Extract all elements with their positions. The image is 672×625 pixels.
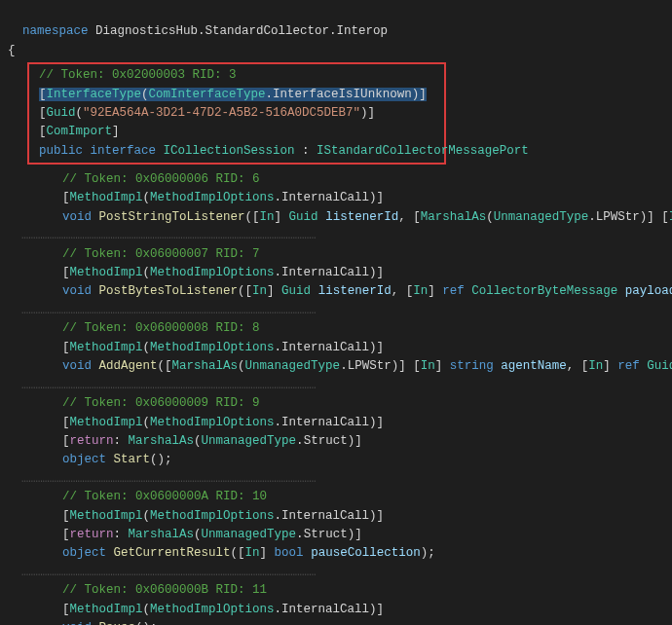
interface-header-box: // Token: 0x02000003 RID: 3 [InterfaceTy…: [27, 62, 446, 165]
m7-attr: [MethodImpl(MethodImplOptions.InternalCa…: [8, 264, 664, 282]
m6-comment: // Token: 0x06000006 RID: 6: [8, 170, 664, 189]
ghost-5: ……………………………………………………………………………………………………………: [8, 564, 664, 582]
m11-comment: // Token: 0x0600000B RID: 11: [8, 581, 664, 600]
ghost-3: ……………………………………………………………………………………………………………: [8, 377, 664, 395]
m9-comment: // Token: 0x06000009 RID: 9: [8, 394, 664, 413]
m6-sig: void PostStringToListener([In] Guid list…: [8, 208, 664, 227]
comimport-attr: [ComImport]: [33, 123, 440, 141]
m9-attr1: [MethodImpl(MethodImplOptions.InternalCa…: [8, 414, 664, 432]
m11-attr: [MethodImpl(MethodImplOptions.InternalCa…: [8, 601, 664, 619]
namespace-name: DiagnosticsHub.StandardCollector.Interop: [95, 24, 388, 38]
interface-type-attr: [InterfaceType(ComInterfaceType.Interfac…: [33, 86, 440, 104]
ghost-1: ……………………………………………………………………………………………………………: [8, 227, 664, 245]
m9-sig: object Start();: [8, 451, 664, 469]
interface-token-comment: // Token: 0x02000003 RID: 3: [33, 66, 440, 85]
guid-attr: [Guid("92EA564A-3D21-47D2-A5B2-516A0DC5D…: [33, 104, 440, 123]
m7-comment: // Token: 0x06000007 RID: 7: [8, 245, 664, 264]
m8-attr: [MethodImpl(MethodImplOptions.InternalCa…: [8, 339, 664, 357]
m11-sig: void Pause();: [8, 619, 664, 625]
namespace-keyword: namespace: [22, 24, 89, 38]
m10-comment: // Token: 0x0600000A RID: 10: [8, 488, 664, 506]
m10-attr1: [MethodImpl(MethodImplOptions.InternalCa…: [8, 507, 664, 526]
m7-sig: void PostBytesToListener([In] Guid liste…: [8, 282, 664, 301]
m10-attr2: [return: MarshalAs(UnmanagedType.Struct)…: [8, 526, 664, 544]
interface-decl: public interface ICollectionSession : IS…: [33, 142, 440, 161]
ghost-2: ……………………………………………………………………………………………………………: [8, 302, 664, 320]
brace-open: {: [8, 42, 664, 60]
m8-sig: void AddAgent([MarshalAs(UnmanagedType.L…: [8, 357, 664, 376]
m8-comment: // Token: 0x06000008 RID: 8: [8, 319, 664, 338]
namespace-line: namespace DiagnosticsHub.StandardCollect…: [8, 4, 664, 42]
ghost-4: ……………………………………………………………………………………………………………: [8, 470, 664, 489]
m10-sig: object GetCurrentResult([In] bool pauseC…: [8, 544, 664, 563]
m9-attr2: [return: MarshalAs(UnmanagedType.Struct)…: [8, 432, 664, 451]
m6-attr: [MethodImpl(MethodImplOptions.InternalCa…: [8, 189, 664, 207]
